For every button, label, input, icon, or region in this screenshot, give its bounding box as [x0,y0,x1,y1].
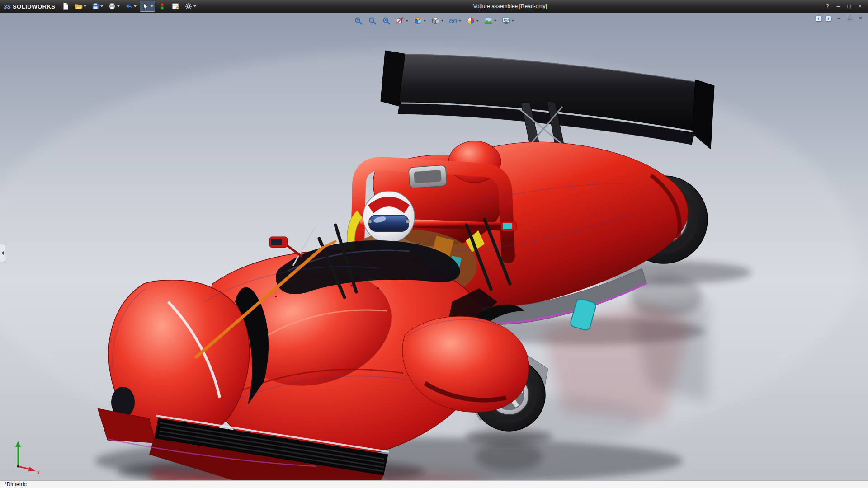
open-button[interactable] [73,1,88,12]
status-bar: *Dimetric [0,480,868,488]
dropdown-arrow-icon [459,20,462,22]
dropdown-arrow-icon [100,5,103,7]
gear-icon [184,2,193,10]
select-cursor-icon [142,2,150,10]
solidworks-logo: 3S SOLIDWORKS [4,3,55,10]
undo-arrow-icon [125,2,133,10]
save-button[interactable] [90,1,105,12]
dropdown-arrow-icon [406,20,409,22]
race-car-model[interactable] [0,13,868,488]
undo-button[interactable] [123,1,138,12]
window-title: Voiture assemblee [Read-only] [198,3,822,9]
triad-y-arrow [15,441,21,447]
solidworks-logo-text: SOLIDWORKS [13,3,56,10]
graphics-area[interactable]: – □ × x *Dimetric [0,13,868,488]
dropdown-arrow-icon [441,20,444,22]
triad-x-arrow [28,467,35,471]
heads-up-view-toolbar [354,16,515,26]
help-button[interactable]: ? [822,2,833,11]
dropdown-arrow-icon [193,5,196,7]
airbox [409,165,447,188]
previous-view-button[interactable] [382,16,392,26]
dropdown-arrow-icon [424,20,426,22]
minimize-button[interactable]: – [833,2,844,11]
maximize-button[interactable]: □ [844,2,854,11]
view-orientation-cube-icon [414,16,423,25]
edit-appearance-button[interactable] [466,16,480,26]
zoom-to-fit-icon [354,16,363,25]
collapse-arrow-icon [1,251,4,255]
select-tool-button[interactable] [140,1,155,12]
print-button[interactable] [106,1,122,12]
dropdown-arrow-icon [84,5,86,7]
dropdown-arrow-icon [134,5,137,7]
options-button[interactable] [183,1,198,12]
panel-collapse-icon [815,15,822,22]
triad-x-label: x [37,469,40,476]
sheet-pencil-icon [171,2,179,10]
red-green-lights-icon [158,2,166,10]
triad-origin [17,465,19,468]
display-style-icon [431,16,440,25]
panel-expand-icon [825,15,832,22]
eyeglasses-icon [449,16,458,25]
document-window-controls: – □ × [815,15,864,22]
section-view-icon [396,16,405,25]
solidworks-logo-mark: 3S [4,3,11,10]
standard-toolbar [60,1,198,12]
zoom-to-area-button[interactable] [368,16,377,26]
dropdown-arrow-icon [494,20,497,22]
hide-show-items-button[interactable] [448,16,462,26]
panel-expand-button[interactable] [825,15,832,22]
previous-view-icon [382,16,391,25]
open-folder-icon [75,2,83,10]
apply-scene-button[interactable] [484,16,497,26]
title-bar: 3S SOLIDWORKS [0,0,868,13]
reference-triad: x [7,438,45,476]
zoom-to-area-icon [368,16,377,25]
appearance-ball-icon [467,16,476,25]
section-view-button[interactable] [396,16,409,26]
print-icon [108,2,116,10]
save-floppy-icon [91,2,99,10]
new-document-icon [61,2,70,10]
panel-collapse-button[interactable] [815,15,822,22]
dropdown-arrow-icon [512,20,514,22]
sketch-sheet-button[interactable] [170,1,181,12]
scene-landscape-icon [484,16,493,25]
feature-tree-collapse-tab[interactable] [0,244,5,262]
dropdown-arrow-icon [476,20,479,22]
view-settings-icon [502,16,511,25]
dropdown-arrow-icon [151,5,153,7]
new-document-button[interactable] [60,1,71,12]
document-minimize-button[interactable]: – [835,15,843,22]
view-orientation-label: *Dimetric [5,481,27,488]
window-controls: ? – □ × [822,2,865,11]
display-style-button[interactable] [431,16,444,26]
dropdown-arrow-icon [117,5,120,7]
zoom-to-fit-button[interactable] [354,16,363,26]
close-button[interactable]: × [854,2,865,11]
driver-helmet [363,191,415,243]
document-close-button[interactable]: × [857,15,864,22]
view-settings-button[interactable] [501,16,515,26]
rebuild-lights-button[interactable] [156,1,168,12]
document-restore-button[interactable]: □ [846,15,854,22]
view-orientation-button[interactable] [413,16,427,26]
